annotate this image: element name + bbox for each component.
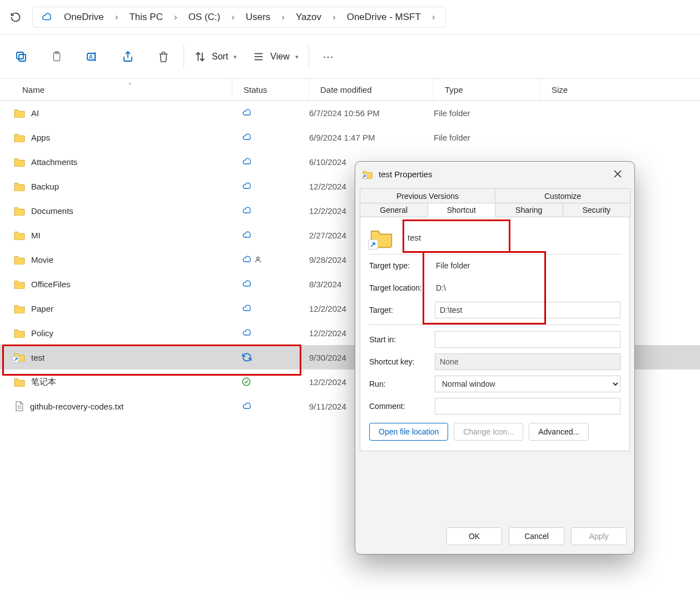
change-icon-button[interactable]: Change Icon... — [454, 423, 523, 441]
shortcut-folder-icon — [362, 169, 373, 179]
column-label: Name — [22, 85, 44, 94]
dialog-title: test Properties — [379, 169, 433, 179]
shortcut-key-input[interactable] — [435, 353, 620, 370]
share-button[interactable] — [110, 41, 146, 72]
date-cell: 6/7/2024 10:56 PM — [309, 108, 434, 118]
chevron-down-icon: ▾ — [295, 53, 299, 61]
file-name: Attachments — [31, 157, 77, 167]
copy-button[interactable] — [3, 41, 39, 72]
start-in-input[interactable] — [435, 331, 620, 348]
breadcrumb-item[interactable]: Yazov — [290, 11, 327, 24]
column-date[interactable]: Date modified — [309, 79, 434, 100]
status-cell — [232, 108, 309, 117]
breadcrumb-item[interactable]: OneDrive - MSFT — [341, 11, 426, 24]
label-shortcut-key: Shortcut key: — [369, 357, 429, 366]
tab-body: Target type: File folder Target location… — [360, 217, 630, 451]
folder-icon — [13, 206, 26, 216]
file-name: AI — [31, 108, 39, 118]
breadcrumb-item[interactable]: OneDrive — [58, 11, 110, 24]
column-type[interactable]: Type — [434, 79, 540, 100]
file-name: github-recovery-codes.txt — [30, 402, 123, 411]
label-comment: Comment: — [369, 402, 429, 411]
properties-dialog: test Properties Previous Versions Custom… — [355, 161, 635, 555]
file-name: OfficeFiles — [31, 279, 71, 289]
file-name: Apps — [31, 133, 50, 142]
tab-general[interactable]: General — [360, 203, 428, 217]
label-target-location: Target location: — [369, 283, 429, 292]
tab-customize[interactable]: Customize — [495, 188, 631, 203]
apply-button[interactable]: Apply — [571, 527, 627, 545]
status-cell — [232, 231, 309, 239]
breadcrumb-item[interactable]: This PC — [123, 11, 168, 24]
shortcut-name-input[interactable] — [404, 228, 498, 247]
run-select[interactable]: Normal window — [435, 376, 620, 392]
type-cell: File folder — [434, 108, 540, 118]
status-cell — [232, 157, 309, 166]
chevron-right-icon[interactable]: › — [430, 12, 438, 23]
label-run: Run: — [369, 380, 429, 388]
column-headers: Name ˄ Status Date modified Type Size — [0, 78, 700, 101]
delete-button[interactable] — [146, 41, 181, 72]
cancel-button[interactable]: Cancel — [509, 527, 564, 545]
folder-icon — [13, 230, 26, 240]
breadcrumb: OneDrive › This PC › OS (C:) › Users › Y… — [32, 7, 446, 28]
column-status[interactable]: Status — [232, 79, 309, 100]
file-name: Paper — [31, 304, 53, 313]
rename-button[interactable]: A — [75, 41, 110, 72]
folder-icon — [13, 328, 26, 338]
folder-icon — [13, 157, 26, 167]
breadcrumb-item[interactable]: OS (C:) — [183, 11, 226, 24]
column-name[interactable]: Name ˄ — [0, 79, 232, 100]
file-name: test — [31, 353, 44, 362]
status-cell — [232, 328, 309, 337]
open-file-location-button[interactable]: Open file location — [369, 423, 448, 441]
folder-icon — [13, 303, 26, 313]
file-icon — [13, 400, 24, 412]
close-button[interactable] — [608, 164, 628, 184]
svg-rect-0 — [19, 54, 26, 61]
breadcrumb-item[interactable]: Users — [240, 11, 276, 24]
folder-icon — [13, 181, 26, 191]
tab-previous-versions[interactable]: Previous Versions — [360, 188, 495, 203]
tab-security[interactable]: Security — [563, 203, 631, 217]
dialog-titlebar[interactable]: test Properties — [355, 162, 634, 186]
divider — [183, 45, 184, 68]
value-target-type: File folder — [435, 261, 620, 270]
table-row[interactable]: AI6/7/2024 10:56 PMFile folder — [0, 101, 700, 125]
refresh-button[interactable] — [4, 6, 27, 28]
file-name: Policy — [31, 328, 53, 338]
more-button[interactable]: ⋯ — [311, 50, 346, 63]
cloud-icon — [41, 12, 53, 22]
table-row[interactable]: Apps6/9/2024 1:47 PMFile folder — [0, 125, 700, 149]
status-cell — [232, 279, 309, 288]
folder-icon — [13, 108, 26, 118]
sort-button[interactable]: Sort ▾ — [186, 41, 245, 72]
date-cell: 6/9/2024 1:47 PM — [309, 133, 434, 142]
chevron-right-icon[interactable]: › — [279, 12, 287, 23]
file-name: 笔记本 — [31, 377, 56, 387]
ok-button[interactable]: OK — [446, 527, 502, 545]
svg-rect-1 — [17, 52, 23, 59]
folder-icon — [13, 254, 26, 264]
file-name: Documents — [31, 206, 73, 216]
comment-input[interactable] — [435, 398, 620, 415]
label-target: Target: — [369, 306, 429, 315]
chevron-right-icon[interactable]: › — [172, 12, 180, 23]
status-cell — [232, 182, 309, 191]
folder-icon — [13, 377, 26, 387]
svg-point-9 — [257, 257, 260, 259]
paste-button[interactable] — [39, 41, 75, 72]
status-cell — [232, 255, 309, 264]
view-button[interactable]: View ▾ — [245, 41, 306, 72]
chevron-right-icon[interactable]: › — [113, 12, 121, 23]
tab-sharing[interactable]: Sharing — [495, 203, 563, 217]
target-input[interactable] — [435, 302, 620, 318]
chevron-right-icon[interactable]: › — [229, 12, 237, 23]
column-size[interactable]: Size — [540, 79, 700, 100]
status-cell — [232, 304, 309, 313]
toolbar: A Sort ▾ View ▾ ⋯ — [0, 35, 700, 78]
chevron-right-icon[interactable]: › — [330, 12, 338, 23]
tabs-row: General Shortcut Sharing Security — [360, 203, 630, 217]
advanced-button[interactable]: Advanced... — [529, 423, 589, 441]
tab-shortcut[interactable]: Shortcut — [428, 203, 496, 217]
